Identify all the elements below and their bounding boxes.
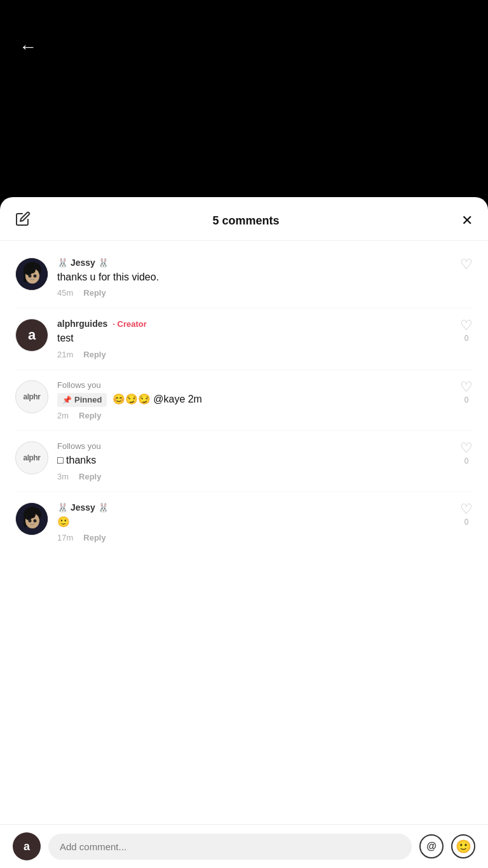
comments-list: 🐰 Jessy 🐰 thanks u for this video. 45m R… — [0, 241, 488, 616]
comment-meta: 3m Reply — [57, 472, 451, 481]
comment-input-bar: a @ 🙂 — [0, 824, 488, 868]
reply-button[interactable]: Reply — [79, 411, 101, 420]
avatar-letter: a — [28, 327, 36, 343]
comments-count: 5 comments — [212, 214, 279, 228]
reply-button[interactable]: Reply — [79, 472, 101, 481]
avatar — [15, 258, 48, 291]
table-row: alphr Follows you □ thanks 3m Reply ♡ 0 — [0, 431, 488, 491]
username-row: alphrguides · Creator — [57, 319, 451, 329]
comment-username: 🐰 Jessy 🐰 — [57, 258, 109, 268]
at-icon: @ — [426, 841, 437, 851]
svg-point-13 — [29, 511, 36, 518]
avatar-logo: alphr — [24, 392, 41, 401]
edit-icon[interactable] — [15, 211, 30, 230]
video-area: ← — [0, 0, 488, 197]
avatar-logo: alphr — [24, 453, 41, 462]
comment-text: 🙂 — [57, 515, 451, 529]
comment-time: 3m — [57, 472, 69, 481]
pinned-badge: 📌 Pinned — [57, 393, 107, 407]
close-button[interactable]: ✕ — [461, 212, 473, 229]
avatar: alphr — [15, 380, 48, 413]
like-button[interactable]: ♡ — [460, 319, 473, 333]
svg-point-6 — [29, 275, 32, 278]
emoji-icon: 🙂 — [456, 840, 471, 853]
comment-time: 2m — [57, 411, 69, 420]
like-button[interactable]: ♡ — [460, 441, 473, 455]
comment-like: ♡ 0 — [460, 502, 473, 527]
table-row: a alphrguides · Creator test 21m Reply ♡… — [0, 308, 488, 369]
panel-header: 5 comments ✕ — [0, 197, 488, 241]
current-user-avatar: a — [13, 832, 41, 860]
reply-button[interactable]: Reply — [83, 350, 105, 359]
comment-like: ♡ — [460, 258, 473, 272]
comment-username: alphrguides — [57, 319, 107, 329]
username-row: 🐰 Jessy 🐰 — [57, 258, 451, 268]
comment-username: 🐰 Jessy 🐰 — [57, 502, 109, 513]
like-count: 0 — [464, 396, 469, 404]
reply-button[interactable]: Reply — [83, 288, 105, 298]
like-count: 0 — [464, 457, 469, 465]
avatar: a — [15, 319, 48, 352]
comment-text: □ thanks — [57, 453, 451, 467]
comment-body: Follows you 📌 Pinned 😊😏😏 @kaye 2m 2m Rep… — [57, 380, 451, 421]
avatar-letter: a — [24, 840, 30, 853]
follows-you-label: Follows you — [57, 380, 451, 390]
comment-input[interactable] — [48, 834, 412, 860]
like-count: 0 — [464, 334, 469, 343]
svg-point-7 — [34, 275, 37, 278]
pinned-label: Pinned — [74, 394, 102, 406]
comment-text: test — [57, 331, 451, 345]
table-row: 🐰 Jessy 🐰 🙂 17m Reply ♡ 0 — [0, 492, 488, 553]
follows-you-label: Follows you — [57, 441, 451, 451]
username-row: 🐰 Jessy 🐰 — [57, 502, 451, 513]
comment-body: 🐰 Jessy 🐰 thanks u for this video. 45m R… — [57, 258, 451, 298]
comment-body: Follows you □ thanks 3m Reply — [57, 441, 451, 481]
back-button[interactable]: ← — [19, 38, 37, 56]
table-row: 🐰 Jessy 🐰 thanks u for this video. 45m R… — [0, 247, 488, 308]
table-row: alphr Follows you 📌 Pinned 😊😏😏 @kaye 2m … — [0, 370, 488, 431]
comment-meta: 17m Reply — [57, 533, 451, 542]
avatar — [15, 502, 48, 535]
svg-point-15 — [34, 519, 37, 522]
like-button[interactable]: ♡ — [460, 258, 473, 272]
pin-icon: 📌 — [62, 395, 72, 406]
comment-time: 45m — [57, 288, 73, 298]
creator-badge: · Creator — [112, 319, 146, 329]
comment-body: 🐰 Jessy 🐰 🙂 17m Reply — [57, 502, 451, 542]
comment-like: ♡ 0 — [460, 319, 473, 343]
like-count: 0 — [464, 518, 469, 527]
comment-time: 17m — [57, 533, 73, 542]
comment-text: thanks u for this video. — [57, 270, 451, 284]
comment-meta: 21m Reply — [57, 350, 451, 359]
comment-like: ♡ 0 — [460, 380, 473, 404]
comment-meta: 2m Reply — [57, 411, 451, 420]
comment-like: ♡ 0 — [460, 441, 473, 465]
svg-point-14 — [29, 519, 32, 522]
comment-text: 📌 Pinned 😊😏😏 @kaye 2m — [57, 392, 451, 408]
comment-time: 21m — [57, 350, 73, 359]
comment-meta: 45m Reply — [57, 288, 451, 298]
comments-panel: 5 comments ✕ — [0, 197, 488, 868]
comment-body: alphrguides · Creator test 21m Reply — [57, 319, 451, 359]
mention-button[interactable]: @ — [419, 834, 444, 858]
like-button[interactable]: ♡ — [460, 380, 473, 394]
emoji-button[interactable]: 🙂 — [451, 834, 475, 858]
svg-point-5 — [29, 266, 36, 273]
like-button[interactable]: ♡ — [460, 502, 473, 516]
avatar: alphr — [15, 441, 48, 474]
reply-button[interactable]: Reply — [83, 533, 105, 542]
